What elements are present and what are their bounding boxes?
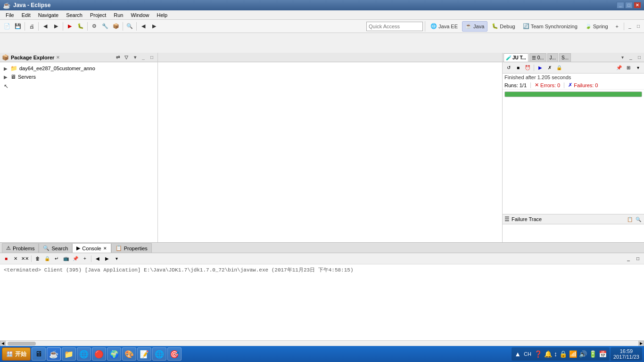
tab-search-panel[interactable]: 🔍 Search: [39, 243, 72, 253]
menu-search[interactable]: Search: [62, 11, 86, 19]
panel-minimize-btn[interactable]: _: [140, 54, 147, 61]
junit-layout[interactable]: ⊞: [624, 64, 633, 72]
package-explorer-close[interactable]: ✕: [56, 55, 60, 60]
console-open-console[interactable]: 📺: [62, 255, 70, 263]
right-panel-menu[interactable]: ▾: [619, 53, 626, 61]
tray-network[interactable]: 📶: [569, 350, 577, 358]
console-clear[interactable]: 🗑: [33, 255, 42, 263]
perspective-add[interactable]: +: [612, 21, 622, 32]
junit-view-menu[interactable]: ▾: [634, 64, 642, 72]
taskbar-btn-chrome[interactable]: 🌍: [107, 347, 121, 361]
taskbar-btn-eclipse[interactable]: ☕: [47, 347, 61, 361]
clock[interactable]: 16:59 2017/11/23: [611, 347, 642, 361]
console-prev[interactable]: ◀: [93, 255, 102, 263]
sync-btn[interactable]: ⇄: [114, 54, 122, 61]
taskbar-btn-explorer[interactable]: 📁: [62, 347, 76, 361]
tray-notification[interactable]: 🔔: [544, 350, 552, 358]
tab-problems[interactable]: ⚠ Problems: [2, 243, 39, 253]
toolbar-btn-7[interactable]: 📦: [111, 21, 121, 32]
close-button[interactable]: ✕: [634, 2, 641, 8]
perspective-debug[interactable]: 🐛 Debug: [488, 21, 518, 32]
menu-help[interactable]: Help: [153, 11, 172, 19]
print-button[interactable]: 🖨: [26, 21, 37, 32]
new-button[interactable]: 📄: [2, 21, 12, 32]
taskbar-btn-game[interactable]: 🎯: [167, 347, 182, 361]
right-panel-maximize[interactable]: □: [636, 53, 643, 61]
tab-javadoc[interactable]: J...: [547, 53, 558, 62]
collapse-btn[interactable]: ▽: [123, 54, 130, 61]
menu-file[interactable]: File: [2, 11, 18, 19]
tray-help[interactable]: ❓: [534, 350, 542, 358]
taskbar-btn-ie[interactable]: 🌐: [77, 347, 91, 361]
debug-button[interactable]: 🐛: [75, 21, 86, 32]
menu-edit[interactable]: Edit: [18, 11, 34, 19]
console-dropdown[interactable]: ▾: [112, 255, 121, 263]
editor-content[interactable]: [158, 62, 502, 262]
junit-rerun[interactable]: ↺: [504, 64, 513, 72]
run-button[interactable]: ▶: [65, 21, 75, 32]
junit-stop[interactable]: ■: [514, 64, 522, 72]
junit-scroll-lock[interactable]: 🔒: [555, 64, 563, 72]
perspective-team-sync[interactable]: 🔄 Team Synchronizing: [520, 21, 581, 32]
junit-pin[interactable]: 📌: [615, 64, 623, 72]
tab-console[interactable]: ▶ Console ✕: [72, 243, 111, 253]
perspective-java-ee[interactable]: 🌐 Java EE: [427, 21, 461, 32]
tray-calendar[interactable]: 📅: [599, 350, 607, 358]
bottom-panel-minimize[interactable]: _: [624, 255, 633, 263]
tab-search[interactable]: S...: [559, 53, 571, 62]
minimize-button[interactable]: _: [617, 2, 624, 8]
bottom-panel-maximize[interactable]: □: [634, 255, 642, 263]
console-next[interactable]: ▶: [103, 255, 111, 263]
console-new[interactable]: +: [81, 255, 89, 263]
hscroll-left[interactable]: ◀: [0, 341, 6, 346]
tab-tasks[interactable]: ☰ 0...: [529, 53, 546, 62]
tray-security[interactable]: 🔒: [559, 350, 567, 358]
toolbar-btn-10[interactable]: ▶: [149, 21, 159, 32]
taskbar-btn-antivirus[interactable]: 🔴: [92, 347, 106, 361]
console-close[interactable]: ✕: [103, 246, 107, 251]
toolbar-btn-9[interactable]: ◀: [138, 21, 149, 32]
tab-junit[interactable]: 🧪 JU T...: [504, 53, 528, 62]
tray-ch[interactable]: CH: [524, 351, 531, 357]
hscroll-thumb-bottom[interactable]: [8, 342, 36, 346]
perspective-java[interactable]: ☕ Java: [462, 21, 487, 32]
junit-failures-only[interactable]: ✗: [545, 64, 554, 72]
panel-maximize[interactable]: □: [635, 23, 642, 30]
taskbar-btn-desktop[interactable]: 🖥: [32, 347, 46, 361]
console-remove-all[interactable]: ✕✕: [21, 255, 29, 263]
start-button[interactable]: 🪟 开始: [2, 347, 31, 361]
restore-button[interactable]: □: [625, 2, 633, 8]
console-word-wrap[interactable]: ↵: [52, 255, 61, 263]
menu-run[interactable]: Run: [110, 11, 127, 19]
toolbar-btn-6[interactable]: 🔧: [100, 21, 110, 32]
forward-button[interactable]: ▶: [51, 21, 61, 32]
quick-access-input[interactable]: [366, 22, 423, 31]
toolbar-btn-5[interactable]: ⚙: [89, 21, 99, 32]
right-panel-minimize[interactable]: _: [627, 53, 635, 61]
tray-battery[interactable]: 🔋: [589, 350, 597, 358]
menu-window[interactable]: Window: [127, 11, 153, 19]
panel-maximize-btn[interactable]: □: [148, 54, 156, 61]
perspective-spring[interactable]: 🍃 Spring: [582, 21, 611, 32]
back-button[interactable]: ◀: [40, 21, 50, 32]
toolbar-btn-8[interactable]: 🔍: [124, 21, 135, 32]
bottom-hscroll[interactable]: ◀ ▶: [0, 340, 644, 346]
console-remove-launch[interactable]: ✕: [11, 255, 20, 263]
failure-trace-filter[interactable]: 🔍: [635, 215, 642, 223]
panel-view-menu[interactable]: ▾: [131, 54, 139, 61]
tray-updown[interactable]: ↕: [554, 350, 557, 358]
taskbar-btn-paint[interactable]: 🎨: [122, 347, 136, 361]
tab-properties[interactable]: 📋 Properties: [111, 243, 152, 253]
tray-volume[interactable]: 🔊: [579, 350, 587, 358]
junit-run-all[interactable]: ▶: [536, 64, 545, 72]
save-button[interactable]: 💾: [13, 21, 23, 32]
tree-item-project[interactable]: ▶ 📁 day64_ee287_05customer_anno: [0, 64, 157, 73]
console-pin[interactable]: 📌: [71, 255, 80, 263]
failure-trace-copy[interactable]: 📋: [626, 215, 634, 223]
menu-project[interactable]: Project: [86, 11, 110, 19]
tree-item-servers[interactable]: ▶ 🖥 Servers: [0, 73, 157, 81]
taskbar-btn-word[interactable]: 📝: [137, 347, 151, 361]
hscroll-right[interactable]: ▶: [638, 341, 644, 346]
tray-arrow[interactable]: ▲: [514, 350, 521, 358]
panel-minimize[interactable]: _: [626, 23, 634, 30]
